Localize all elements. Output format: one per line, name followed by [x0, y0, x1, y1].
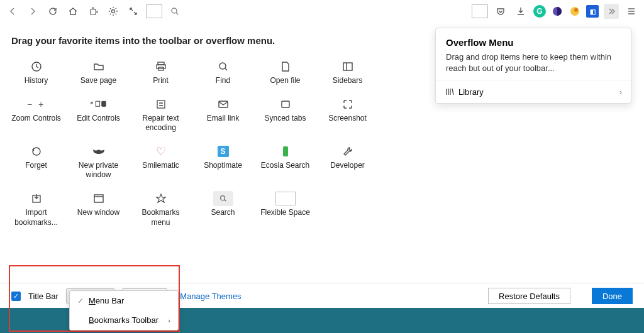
zoom-icon: − +	[26, 96, 47, 112]
window-icon	[89, 190, 109, 207]
palette-email[interactable]: Email link	[192, 91, 254, 138]
palette-print[interactable]: Print	[130, 53, 192, 91]
toolbar-placeholder-box-right[interactable]	[472, 4, 488, 18]
chevron-right-icon: ›	[619, 87, 622, 97]
menuitem-menubar[interactable]: ✓Menu Bar	[70, 291, 178, 310]
grammarly-icon[interactable]: G	[533, 5, 546, 18]
palette-zoom[interactable]: − +Zoom Controls	[5, 91, 67, 138]
wrench-icon	[338, 143, 358, 160]
manage-themes-link[interactable]: Manage Themes	[180, 292, 241, 301]
svg-rect-10	[343, 63, 352, 70]
palette-private[interactable]: New private window	[67, 138, 130, 185]
mask-icon	[89, 143, 109, 160]
s-badge-icon: S	[213, 143, 233, 160]
star-icon	[151, 190, 171, 207]
screenshot-icon	[338, 96, 358, 112]
palette-sidebars[interactable]: Sidebars	[316, 53, 379, 91]
puzzle-icon[interactable]	[86, 4, 101, 19]
toolbars-menu: ✓Menu Bar Bookmarks Toolbar›	[69, 290, 179, 330]
svg-rect-14	[219, 101, 228, 107]
mail-icon	[213, 96, 233, 112]
edit-icon	[89, 96, 109, 112]
restore-defaults-button[interactable]: Restore Defaults	[488, 288, 570, 304]
home-icon[interactable]	[65, 4, 80, 19]
extension-orb-icon[interactable]	[551, 5, 564, 18]
palette-find[interactable]: Find	[192, 53, 254, 91]
browser-toolbar: G ◧	[0, 0, 644, 23]
pocket-icon[interactable]	[493, 4, 508, 19]
toolbar-placeholder-box[interactable]	[146, 4, 162, 18]
palette-new-window[interactable]: New window	[67, 185, 130, 232]
library-icon	[445, 87, 458, 97]
search-icon[interactable]	[167, 4, 182, 19]
file-icon	[275, 58, 296, 75]
palette-repair[interactable]: Repair text encoding	[130, 91, 192, 138]
palette-smilematic[interactable]: ♡Smilematic	[130, 138, 192, 185]
palette-flexible-space[interactable]: Flexible Space	[254, 185, 316, 232]
forget-icon	[26, 143, 47, 160]
search-icon	[213, 58, 233, 75]
more-icon[interactable]	[604, 4, 619, 19]
flexbox-icon	[275, 190, 296, 207]
palette-save-page[interactable]: Save page	[67, 53, 130, 91]
clock-icon	[26, 58, 47, 75]
synced-icon	[275, 96, 296, 112]
svg-point-4	[574, 8, 578, 12]
svg-rect-18	[94, 195, 103, 202]
svg-rect-11	[96, 101, 99, 106]
download-icon[interactable]	[513, 4, 528, 19]
palette-developer[interactable]: Developer	[316, 138, 379, 185]
extension-yellow-icon[interactable]	[569, 5, 581, 18]
back-icon[interactable]	[5, 4, 20, 19]
fullscreen-icon[interactable]	[126, 4, 141, 19]
titlebar-label: Title Bar	[28, 292, 58, 301]
palette-bookmarks-menu[interactable]: Bookmarks menu	[130, 185, 192, 232]
palette-search[interactable]: Search	[192, 185, 254, 232]
svg-rect-12	[101, 101, 105, 106]
palette-shoptimate[interactable]: SShoptimate	[192, 138, 254, 185]
palette-import-bookmarks[interactable]: Import bookmarks...	[5, 185, 67, 232]
palette-forget[interactable]: Forget	[5, 138, 67, 185]
bottom-bar: ✓ Title Bar Toolbars⌄ Density⌄ Manage Th…	[0, 283, 644, 333]
overflow-title: Overflow Menu	[446, 37, 621, 48]
searchbox-icon	[213, 190, 233, 207]
palette-ecosia[interactable]: Ecosia Search	[254, 138, 316, 185]
svg-rect-7	[157, 65, 165, 68]
menuitem-bookmarks-toolbar[interactable]: Bookmarks Toolbar›	[70, 310, 178, 330]
svg-point-9	[219, 63, 226, 69]
palette-edit[interactable]: Edit Controls	[67, 91, 130, 138]
ecosia-icon	[275, 143, 296, 160]
svg-rect-15	[282, 101, 289, 107]
reload-icon[interactable]	[45, 4, 60, 19]
chevron-right-icon: ›	[168, 317, 170, 324]
overflow-menu-panel: Overflow Menu Drag and drop items here t…	[435, 28, 631, 104]
print-icon	[151, 58, 171, 75]
extension-blue-icon[interactable]: ◧	[586, 5, 599, 18]
repair-icon	[151, 96, 171, 112]
done-button[interactable]: Done	[592, 288, 633, 304]
sidebar-icon	[338, 58, 358, 75]
palette-open-file[interactable]: Open file	[254, 53, 316, 91]
svg-point-19	[220, 196, 225, 200]
palette-screenshot[interactable]: Screenshot	[316, 91, 379, 138]
forward-icon[interactable]	[25, 4, 40, 19]
svg-point-1	[172, 8, 177, 13]
palette-synced[interactable]: Synced tabs	[254, 91, 316, 138]
folder-icon	[89, 58, 109, 75]
palette-history[interactable]: History	[5, 53, 67, 91]
titlebar-checkbox[interactable]: ✓	[11, 292, 21, 301]
svg-point-0	[112, 10, 115, 13]
check-icon: ✓	[77, 297, 89, 305]
heart-icon: ♡	[151, 143, 171, 160]
overflow-item-library[interactable]: Library ›	[436, 80, 631, 103]
svg-rect-13	[157, 101, 165, 108]
gear-icon[interactable]	[106, 4, 121, 19]
import-icon	[26, 190, 47, 207]
hamburger-icon[interactable]	[624, 4, 639, 19]
overflow-desc: Drag and drop items here to keep them wi…	[446, 52, 621, 74]
